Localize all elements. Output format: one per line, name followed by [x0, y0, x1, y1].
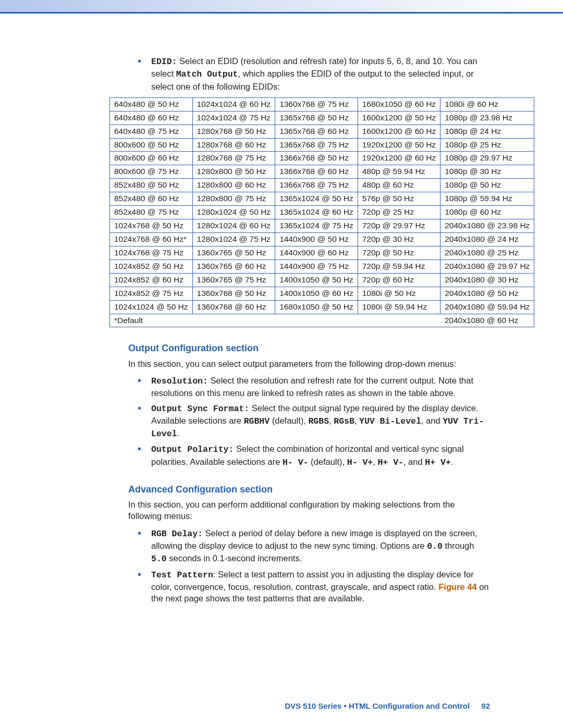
table-cell: 720p @ 29.97 Hz [358, 219, 440, 233]
table-cell: 1360x765 @ 60 Hz [192, 260, 275, 273]
table-cell: 1365x768 @ 60 Hz [275, 125, 358, 138]
table-cell: 2040x1080 @ 60 Hz [440, 314, 534, 327]
rgbdelay-bullet: RGB Delay: Select a period of delay befo… [151, 527, 490, 565]
table-cell: 1360x768 @ 60 Hz [192, 300, 275, 314]
page-content: EDID: Select an EDID (resolution and ref… [0, 55, 563, 630]
table-cell: 1280x1024 @ 50 Hz [192, 206, 275, 219]
advanced-config-heading: Advanced Configuration section [128, 483, 490, 496]
table-cell: 1024x768 @ 50 Hz [110, 219, 193, 233]
table-row: 852x480 @ 75 Hz1280x1024 @ 50 Hz1365x102… [110, 206, 534, 219]
table-cell: 1080p @ 29.97 Hz [440, 152, 534, 165]
table-cell: 800x600 @ 75 Hz [110, 165, 193, 179]
table-cell: 1360x765 @ 50 Hz [192, 246, 275, 260]
table-cell: 1280x1024 @ 75 Hz [192, 233, 275, 246]
output-config-heading: Output Configuration section [128, 342, 490, 354]
table-row: 1024x852 @ 75 Hz1360x768 @ 50 Hz1400x105… [110, 287, 534, 300]
table-cell: 1600x1200 @ 60 Hz [358, 125, 440, 138]
table-cell: 1080p @ 59.94 Hz [440, 192, 534, 206]
table-row: 1024x1024 @ 50 Hz1360x768 @ 60 Hz1680x10… [110, 300, 534, 314]
page-footer: DVS 510 Series • HTML Configuration and … [285, 701, 490, 711]
table-cell [192, 314, 275, 327]
table-row: 640x480 @ 60 Hz1024x1024 @ 75 Hz1365x768… [110, 111, 534, 125]
table-cell: 720p @ 25 Hz [358, 206, 440, 219]
table-cell: 1680x1050 @ 50 Hz [275, 300, 358, 314]
rgbdelay-label: RGB Delay: [151, 529, 203, 539]
table-row: 1024x852 @ 50 Hz1360x765 @ 60 Hz1440x900… [110, 260, 534, 273]
table-cell: 1365x1024 @ 75 Hz [275, 219, 358, 233]
table-cell: 1366x768 @ 75 Hz [275, 179, 358, 192]
table-row: 852x480 @ 50 Hz1280x800 @ 60 Hz1366x768 … [110, 179, 534, 192]
edid-label: EDID: [151, 57, 177, 67]
table-cell: 1440x900 @ 50 Hz [275, 233, 358, 246]
advanced-config-list: RGB Delay: Select a period of delay befo… [128, 527, 490, 604]
table-cell: 1080p @ 50 Hz [440, 179, 534, 192]
table-cell: 1024x852 @ 75 Hz [110, 287, 193, 300]
table-cell: 1280x1024 @ 60 Hz [192, 219, 275, 233]
table-cell: 1360x768 @ 75 Hz [275, 97, 358, 111]
table-cell: 1440x900 @ 75 Hz [275, 260, 358, 273]
table-cell: 640x480 @ 60 Hz [110, 111, 193, 125]
edid-match-output: Match Output [176, 69, 238, 79]
table-cell: 1080p @ 25 Hz [440, 138, 534, 152]
table-cell: 852x480 @ 60 Hz [110, 192, 193, 206]
table-cell: 1440x900 @ 60 Hz [275, 246, 358, 260]
table-cell: 1280x800 @ 75 Hz [192, 192, 275, 206]
table-cell: 1680x1050 @ 60 Hz [358, 97, 440, 111]
table-cell: 1080p @ 30 Hz [440, 165, 534, 179]
table-cell: 1920x1200 @ 60 Hz [358, 152, 440, 165]
table-cell: 720p @ 50 Hz [358, 246, 440, 260]
table-cell: 1024x1024 @ 60 Hz [192, 97, 275, 111]
resolution-bullet: Resolution: Select the resolution and re… [151, 375, 490, 399]
testpattern-label: Test Pattern [151, 570, 213, 580]
table-row: 1024x768 @ 50 Hz1280x1024 @ 60 Hz1365x10… [110, 219, 534, 233]
table-cell: 2040x1080 @ 50 Hz [440, 287, 534, 300]
table-cell: 1600x1200 @ 50 Hz [358, 111, 440, 125]
table-cell: 2040x1080 @ 59.94 Hz [440, 300, 534, 314]
table-cell: 1365x768 @ 50 Hz [275, 111, 358, 125]
table-cell: 480p @ 60 Hz [358, 179, 440, 192]
output-config-intro: In this section, you can select output p… [128, 358, 490, 369]
table-cell: 2040x1080 @ 23.98 Hz [440, 219, 534, 233]
table-cell: 1080i @ 59.94 Hz [358, 300, 440, 314]
table-cell [358, 314, 440, 327]
footer-text: DVS 510 Series • HTML Configuration and … [285, 701, 470, 710]
table-cell: 1080i @ 50 Hz [358, 287, 440, 300]
table-row: *Default2040x1080 @ 60 Hz [110, 314, 534, 327]
table-cell: 800x600 @ 60 Hz [110, 152, 193, 165]
table-cell: 1024x1024 @ 75 Hz [192, 111, 275, 125]
table-cell: 1024x768 @ 60 Hz* [110, 233, 193, 246]
advanced-config-intro: In this section, you can perform additio… [128, 499, 490, 522]
table-cell: 2040x1080 @ 25 Hz [440, 246, 534, 260]
table-cell: 1280x768 @ 60 Hz [192, 138, 275, 152]
table-cell: 1280x800 @ 60 Hz [192, 179, 275, 192]
table-cell [275, 314, 358, 327]
table-cell: 852x480 @ 50 Hz [110, 179, 193, 192]
table-row: 1024x768 @ 75 Hz1360x765 @ 50 Hz1440x900… [110, 246, 534, 260]
table-cell: 1365x768 @ 75 Hz [275, 138, 358, 152]
figure-44-ref: Figure 44 [438, 582, 476, 591]
testpattern-bullet: Test Pattern: Select a test pattern to a… [151, 569, 490, 604]
table-cell: 1360x765 @ 75 Hz [192, 273, 275, 287]
table-cell: 720p @ 30 Hz [358, 233, 440, 246]
table-cell: 1080p @ 60 Hz [440, 206, 534, 219]
table-row: 1024x768 @ 60 Hz*1280x1024 @ 75 Hz1440x9… [110, 233, 534, 246]
table-row: 1024x852 @ 60 Hz1360x765 @ 75 Hz1400x105… [110, 273, 534, 287]
table-cell: 1400x1050 @ 50 Hz [275, 273, 358, 287]
table-row: 640x480 @ 75 Hz1280x768 @ 50 Hz1365x768 … [110, 125, 534, 138]
table-cell: 1400x1050 @ 60 Hz [275, 287, 358, 300]
polarity-label: Output Polarity: [151, 445, 234, 454]
table-cell: 1280x768 @ 50 Hz [192, 125, 275, 138]
table-cell: 2040x1080 @ 30 Hz [440, 273, 534, 287]
table-cell: 640x480 @ 75 Hz [110, 125, 193, 138]
table-cell: 1080p @ 24 Hz [440, 125, 534, 138]
table-row: 800x600 @ 50 Hz1280x768 @ 60 Hz1365x768 … [110, 138, 534, 152]
table-cell: 480p @ 59.94 Hz [358, 165, 440, 179]
table-cell: 576p @ 50 Hz [358, 192, 440, 206]
table-cell: 1365x1024 @ 50 Hz [275, 192, 358, 206]
table-cell: 2040x1080 @ 24 Hz [440, 233, 534, 246]
edid-bullet-list: EDID: Select an EDID (resolution and ref… [128, 55, 490, 92]
footer-page-number: 92 [481, 701, 490, 710]
edid-bullet: EDID: Select an EDID (resolution and ref… [151, 55, 490, 92]
table-cell: 2040x1080 @ 29.97 Hz [440, 260, 534, 273]
resolution-label: Resolution: [151, 376, 208, 386]
